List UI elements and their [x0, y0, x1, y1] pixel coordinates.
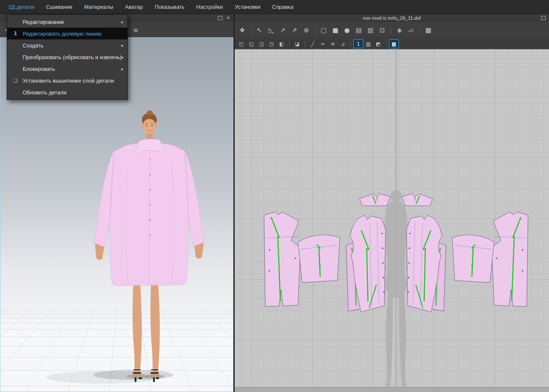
internal-circle-icon[interactable]: ⊡ — [376, 25, 388, 36]
show-texture-icon[interactable]: ▩ — [389, 39, 399, 48]
pattern-pieces-right[interactable] — [402, 194, 528, 312]
menu-item-icon: 1 — [10, 31, 21, 36]
texture-pair-icon[interactable]: ◩ — [373, 39, 383, 48]
canvas-2d[interactable] — [235, 49, 549, 392]
menu-item-lock[interactable]: Блокировать — [7, 63, 127, 75]
menu-item-create[interactable]: Создать — [7, 39, 127, 51]
menu-item-editing[interactable]: Редактирование — [7, 16, 127, 28]
pattern-piece-back[interactable] — [264, 212, 300, 306]
menu-show[interactable]: Показывать — [149, 0, 190, 14]
edit-curve-icon[interactable]: ⇗ — [289, 25, 300, 36]
menu-2d-parts[interactable]: 2Д детали — [3, 0, 40, 14]
menu-sewing[interactable]: Сшивание — [40, 0, 78, 14]
circle-tool-icon[interactable]: ● — [341, 25, 353, 36]
pattern-piece-collar[interactable] — [360, 194, 390, 206]
application-window: 2Д детали Сшивание Материалы Аватар Пока… — [0, 0, 549, 392]
sync-colorway-icon[interactable]: ❖ — [236, 25, 248, 36]
angle-measure-icon[interactable]: ⊿ — [338, 39, 348, 48]
edit-point-line-icon[interactable]: ↗ — [277, 25, 289, 36]
menu-avatar[interactable]: Аватар — [119, 0, 149, 14]
toolbar-2d-main: ❖ ↖ ◺ ↗ ⇗ ⊕ ▢ ■ ● ▤ — [235, 22, 549, 38]
trace-tool-icon[interactable]: ▱ — [405, 25, 417, 36]
dart-tool-icon[interactable]: ◈ — [394, 25, 405, 36]
colorway-icon[interactable]: ▩ — [422, 25, 434, 36]
restore-window-icon[interactable] — [218, 16, 223, 20]
menu-preferences[interactable]: Установки — [229, 0, 266, 14]
menu-help[interactable]: Справка — [266, 0, 299, 14]
transform-pattern-icon[interactable]: ↖ — [254, 25, 265, 36]
menu-materials[interactable]: Материалы — [78, 0, 119, 14]
horizontal-scrollbar[interactable] — [235, 387, 549, 392]
menu-item-update-parts[interactable]: Обновить детали — [7, 86, 127, 98]
seam-fold-icon[interactable]: ◧ — [277, 39, 287, 48]
menu-item-layer-order[interactable]: ❏ Установить выше/ниже слой детали — [7, 75, 127, 86]
edge-measure-icon[interactable]: ╱ — [308, 39, 318, 48]
menu-item-icon: ❏ — [10, 78, 21, 83]
transform-template-icon[interactable]: ◺ — [265, 25, 277, 36]
tack-tool-icon[interactable]: ◪ — [292, 39, 302, 48]
seam-sew-icon[interactable]: ◳ — [267, 39, 277, 48]
panel-2d: nov mod iz mrfu_26_11.dxf ❖ ↖ ◺ ↗ ⇗ ⊕ ▢ — [235, 14, 549, 392]
line-measure-icon[interactable]: ═ — [318, 39, 328, 48]
close-window-icon[interactable]: ✕ — [227, 16, 230, 20]
add-point-icon[interactable]: ⊕ — [300, 25, 312, 36]
garment-3d[interactable] — [94, 139, 204, 286]
rectangle-tool-icon[interactable]: ■ — [329, 25, 341, 36]
polygon-tool-icon[interactable]: ▢ — [318, 25, 329, 36]
pattern-pieces-left[interactable] — [264, 194, 390, 312]
panel-2d-title: nov mod iz mrfu_26_11.dxf — [235, 16, 549, 21]
measure-tool-icon[interactable]: ≡ — [130, 25, 142, 36]
grainline-tool-icon[interactable]: 1 — [353, 39, 363, 48]
seam-edit-icon[interactable]: ◱ — [246, 39, 256, 48]
menu-item-edit-grainline[interactable]: 1 Редактировать долевую линию — [7, 28, 127, 39]
panel-2d-header: nov mod iz mrfu_26_11.dxf — [235, 14, 549, 22]
seam-allowance-icon[interactable]: ◰ — [236, 39, 246, 48]
pattern-piece-sleeve[interactable] — [298, 235, 340, 283]
pattern-scene — [235, 49, 549, 392]
seam-cut-icon[interactable]: ◲ — [256, 39, 267, 48]
toolbar-2d-secondary: ◰ ◱ ◲ ◳ ◧ ◪ ╱ ═ ≋ ⊿ — [235, 38, 549, 50]
menu-settings[interactable]: Настройки — [190, 0, 229, 14]
texture-small-icon[interactable]: ▨ — [363, 39, 373, 48]
menu-item-convert[interactable]: Преобразовать (обрисовать и извлечь) — [7, 51, 127, 63]
internal-polygon-icon[interactable]: ▤ — [353, 25, 365, 36]
internal-rectangle-icon[interactable]: ▥ — [365, 25, 376, 36]
dropdown-menu: Редактирование 1 Редактировать долевую л… — [7, 14, 128, 100]
curve-measure-icon[interactable]: ≋ — [328, 39, 338, 48]
menubar: 2Д детали Сшивание Материалы Аватар Пока… — [0, 0, 549, 14]
